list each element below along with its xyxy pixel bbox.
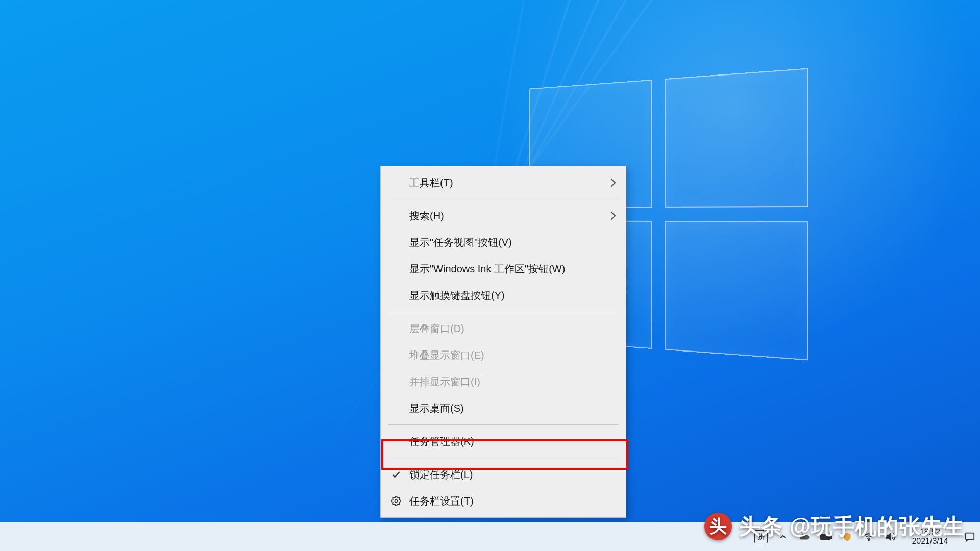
menu-separator [388,458,619,458]
menu-item-label: 搜索(H) [409,209,444,223]
menu-item-label: 堆叠显示窗口(E) [409,348,484,362]
menu-item-search[interactable]: 搜索(H) [381,203,626,229]
check-icon [391,469,401,480]
system-tray: 拼 18:52 2021/3/14 [754,522,976,551]
menu-separator [388,424,619,425]
gear-icon [391,496,401,506]
menu-item-show-desktop[interactable]: 显示桌面(S) [381,395,626,421]
menu-item-label: 锁定任务栏(L) [409,468,473,482]
menu-separator [388,312,619,312]
taskbar[interactable]: 拼 18:52 2021/3/14 [0,522,980,551]
menu-separator [388,199,619,199]
menu-item-show-task-view[interactable]: 显示"任务视图"按钮(V) [381,229,626,256]
volume-icon[interactable] [884,531,896,543]
clock-date: 2021/3/14 [905,537,954,546]
menu-item-taskbar-settings[interactable]: 任务栏设置(T) [381,488,626,514]
svg-point-4 [868,539,869,540]
menu-item-label: 工具栏(T) [409,176,453,190]
svg-rect-6 [966,533,974,540]
svg-rect-2 [830,536,831,538]
menu-item-label: 并排显示窗口(I) [409,375,480,389]
security-icon[interactable] [841,531,853,543]
menu-item-label: 任务管理器(K) [409,435,474,448]
tray-overflow-icon[interactable] [777,531,789,543]
menu-item-toolbars[interactable]: 工具栏(T) [381,169,626,196]
onedrive-icon[interactable] [798,531,811,543]
menu-item-cascade-windows: 层叠窗口(D) [381,315,626,342]
menu-item-label: 层叠窗口(D) [409,322,464,336]
menu-item-label: 显示"任务视图"按钮(V) [409,236,512,249]
clock-time: 18:52 [905,528,954,537]
svg-rect-3 [822,536,829,539]
chevron-right-icon [607,179,616,187]
menu-item-label: 显示"Windows Ink 工作区"按钮(W) [409,262,565,276]
menu-item-label: 显示触摸键盘按钮(Y) [409,289,505,303]
wifi-icon[interactable] [863,531,875,543]
svg-point-0 [395,500,398,503]
menu-item-side-by-side: 并排显示窗口(I) [381,368,626,395]
taskbar-clock[interactable]: 18:52 2021/3/14 [905,528,954,546]
action-center-icon[interactable] [964,531,976,543]
menu-item-lock-taskbar[interactable]: 锁定任务栏(L) [381,461,626,488]
svg-marker-5 [887,534,891,540]
chevron-right-icon [607,212,616,220]
ime-icon[interactable]: 拼 [754,530,768,543]
menu-item-stack-windows: 堆叠显示窗口(E) [381,342,626,368]
taskbar-context-menu: 工具栏(T) 搜索(H) 显示"任务视图"按钮(V) 显示"Windows In… [380,166,626,518]
battery-icon[interactable] [820,531,832,543]
menu-item-show-ink-workspace[interactable]: 显示"Windows Ink 工作区"按钮(W) [381,256,626,282]
menu-item-label: 显示桌面(S) [409,402,464,415]
menu-item-task-manager[interactable]: 任务管理器(K) [381,428,626,455]
menu-item-show-touch-keyboard[interactable]: 显示触摸键盘按钮(Y) [381,282,626,309]
menu-item-label: 任务栏设置(T) [409,494,474,508]
